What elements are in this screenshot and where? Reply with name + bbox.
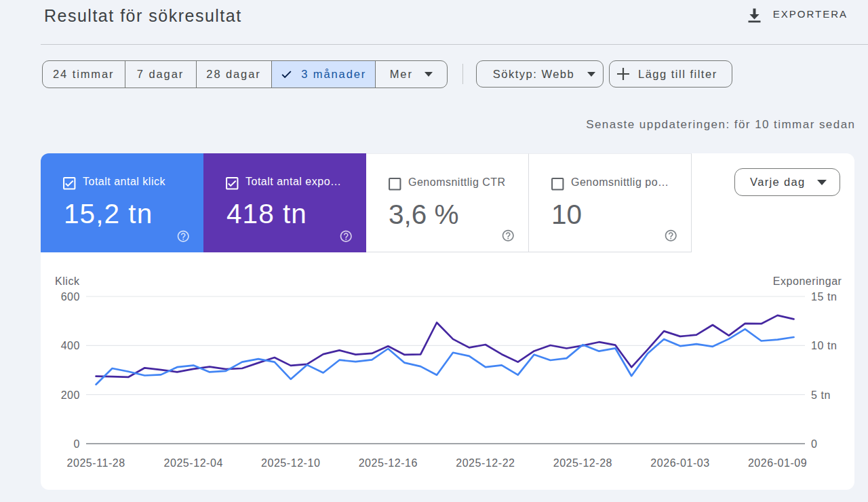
svg-text:5 tn: 5 tn <box>811 389 831 401</box>
svg-text:2025-12-16: 2025-12-16 <box>359 457 418 469</box>
svg-text:400: 400 <box>61 340 80 351</box>
svg-text:Exponeringar: Exponeringar <box>773 275 842 287</box>
svg-text:0: 0 <box>811 438 817 450</box>
svg-text:600: 600 <box>61 291 80 303</box>
svg-text:2026-01-09: 2026-01-09 <box>748 457 807 469</box>
svg-text:0: 0 <box>74 438 80 450</box>
svg-text:2025-12-10: 2025-12-10 <box>261 457 320 469</box>
svg-text:2025-12-04: 2025-12-04 <box>164 457 223 469</box>
svg-text:2025-12-28: 2025-12-28 <box>553 457 612 469</box>
svg-text:Klick: Klick <box>55 275 80 287</box>
svg-text:200: 200 <box>61 389 80 401</box>
svg-text:2026-01-03: 2026-01-03 <box>650 457 709 469</box>
svg-text:2025-11-28: 2025-11-28 <box>67 457 125 469</box>
svg-text:15 tn: 15 tn <box>811 291 837 303</box>
svg-text:10 tn: 10 tn <box>811 340 837 351</box>
svg-text:2025-12-22: 2025-12-22 <box>456 457 515 469</box>
